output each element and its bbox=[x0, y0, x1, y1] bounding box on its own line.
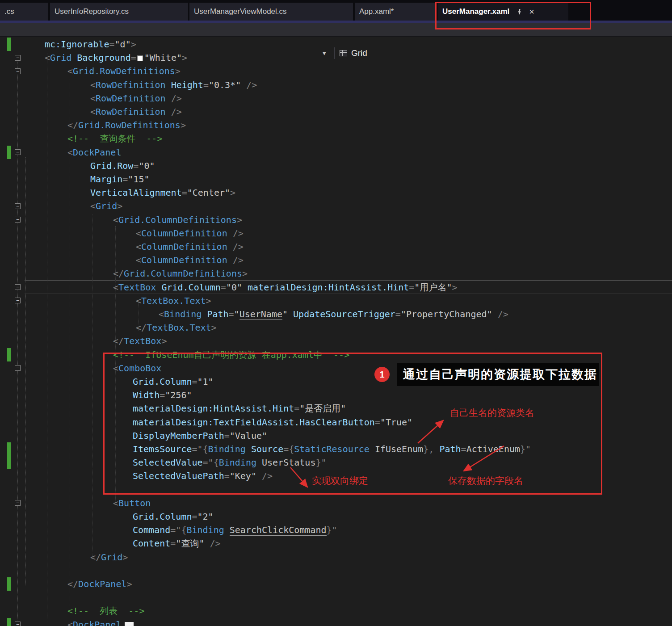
code-line[interactable]: </TextBox> bbox=[0, 334, 672, 348]
code-token: < bbox=[67, 619, 73, 626]
code-line[interactable] bbox=[0, 564, 672, 577]
code-token: Grid bbox=[96, 201, 117, 211]
editor-tab[interactable]: UserManagerViewModel.cs bbox=[189, 3, 353, 21]
code-token: ColumnDefinition bbox=[141, 228, 227, 239]
fold-toggle-icon[interactable]: − bbox=[15, 55, 21, 61]
code-token bbox=[202, 309, 207, 319]
code-line[interactable]: <RowDefinition /> bbox=[0, 92, 672, 105]
fold-toggle-icon[interactable]: − bbox=[15, 298, 21, 303]
code-line[interactable]: Command="{Binding SearchClickCommand}" bbox=[0, 523, 672, 537]
code-line[interactable]: <!-- 列表 --> bbox=[0, 604, 672, 618]
code-token: = bbox=[461, 444, 466, 454]
code-line[interactable]: <ComboBox bbox=[0, 361, 672, 375]
code-line[interactable]: <RowDefinition Height="0.3*" /> bbox=[0, 78, 672, 92]
code-line[interactable]: VerticalAlignment="Center"> bbox=[0, 186, 672, 199]
code-token: }" bbox=[520, 444, 531, 454]
code-line[interactable]: SelectedValuePath="Key" /> bbox=[0, 469, 672, 483]
code-line[interactable]: <TextBox Grid.Column="0" materialDesign:… bbox=[0, 281, 672, 294]
code-line[interactable]: <ColumnDefinition /> bbox=[0, 240, 672, 253]
code-line[interactable]: ItemsSource="{Binding Source={StaticReso… bbox=[0, 442, 672, 456]
code-token: = bbox=[192, 511, 197, 522]
code-line[interactable]: <Grid.ColumnDefinitions> bbox=[0, 213, 672, 227]
code-line[interactable]: </Grid> bbox=[0, 550, 672, 564]
code-token: = bbox=[203, 80, 209, 90]
fold-toggle-icon[interactable]: − bbox=[15, 365, 21, 371]
code-line[interactable]: <DockPanel bbox=[0, 146, 672, 159]
fold-toggle-icon[interactable]: − bbox=[15, 149, 21, 155]
code-line[interactable]: SelectedValue="{Binding UserStatus}" bbox=[0, 456, 672, 469]
code-token bbox=[242, 282, 248, 293]
fold-toggle-icon[interactable]: − bbox=[15, 217, 21, 223]
code-line[interactable] bbox=[0, 591, 672, 604]
code-token: materialDesign:HintAssist.Hint bbox=[248, 282, 409, 293]
editor-tab[interactable]: App.xaml* bbox=[355, 3, 435, 21]
code-line[interactable]: Margin="15" bbox=[0, 172, 672, 186]
code-token: < bbox=[113, 214, 118, 225]
fold-toggle-icon[interactable]: − bbox=[15, 68, 21, 74]
code-line[interactable]: <Binding Path="UserName" UpdateSourceTri… bbox=[0, 307, 672, 321]
code-line[interactable]: Grid.Column="1" bbox=[0, 375, 672, 388]
code-line[interactable]: <Grid Background="White"> bbox=[0, 51, 672, 64]
code-token: Grid.Column bbox=[133, 511, 192, 522]
fold-toggle-icon[interactable]: − bbox=[15, 622, 21, 626]
code-token: Path bbox=[439, 444, 461, 454]
fold-toggle-icon[interactable]: − bbox=[15, 500, 21, 506]
code-line[interactable]: <ColumnDefinition /> bbox=[0, 227, 672, 240]
code-token: = bbox=[170, 538, 176, 549]
collapsed-region-box[interactable] bbox=[125, 622, 134, 626]
code-line[interactable]: <ColumnDefinition /> bbox=[0, 253, 672, 267]
code-token: }, bbox=[423, 444, 434, 454]
code-token: SelectedValue bbox=[133, 457, 203, 468]
code-token: Command bbox=[133, 525, 170, 535]
code-line[interactable]: <RowDefinition /> bbox=[0, 105, 672, 118]
fold-toggle-icon[interactable]: − bbox=[15, 284, 21, 290]
code-line[interactable]: Width="256" bbox=[0, 388, 672, 402]
code-line[interactable]: materialDesign:TextFieldAssist.HasClearB… bbox=[0, 416, 672, 429]
code-line[interactable]: <DockPanel bbox=[0, 618, 672, 626]
code-token: < bbox=[90, 106, 96, 117]
code-line[interactable]: <Grid> bbox=[0, 199, 672, 213]
code-line[interactable] bbox=[0, 483, 672, 496]
code-line[interactable]: <!-- IfUseEnum自己声明的资源 在app.xaml中 --> bbox=[0, 348, 672, 361]
code-line[interactable]: <!-- 查询条件 --> bbox=[0, 132, 672, 145]
change-indicator bbox=[7, 618, 11, 626]
code-token bbox=[166, 80, 171, 90]
code-token: /> bbox=[233, 255, 244, 265]
code-line[interactable]: </Grid.ColumnDefinitions> bbox=[0, 267, 672, 280]
code-token: "查询" bbox=[176, 538, 204, 549]
fold-toggle-icon[interactable]: − bbox=[15, 203, 21, 209]
code-line[interactable]: <Grid.RowDefinitions> bbox=[0, 64, 672, 78]
code-token bbox=[434, 444, 439, 454]
code-token: > bbox=[131, 39, 136, 50]
editor-tab[interactable]: .cs bbox=[0, 3, 48, 21]
editor-tab[interactable]: UserManager.xaml× bbox=[438, 3, 568, 21]
editor-tab[interactable]: UserInfoRepository.cs bbox=[50, 3, 188, 21]
code-line[interactable]: <TextBox.Text> bbox=[0, 294, 672, 307]
code-token: Source bbox=[251, 444, 283, 454]
code-line[interactable]: Grid.Row="0" bbox=[0, 159, 672, 172]
code-token: }" bbox=[327, 525, 337, 535]
code-line[interactable]: <Button bbox=[0, 496, 672, 510]
code-token: ColumnDefinition bbox=[141, 255, 227, 265]
code-token: "0" bbox=[226, 282, 242, 293]
code-token: > bbox=[122, 552, 128, 563]
code-token: "0" bbox=[139, 160, 155, 171]
code-line[interactable]: Grid.Column="2" bbox=[0, 510, 672, 523]
code-token: /> bbox=[233, 228, 244, 239]
code-token: = bbox=[109, 39, 115, 50]
code-line[interactable]: </TextBox.Text> bbox=[0, 321, 672, 334]
code-line[interactable]: </DockPanel> bbox=[0, 577, 672, 591]
code-line[interactable]: materialDesign:HintAssist.Hint="是否启用" bbox=[0, 402, 672, 415]
code-line[interactable]: Content="查询" /> bbox=[0, 537, 672, 550]
code-editor[interactable]: mc:Ignorable="d"><Grid Background="White… bbox=[0, 23, 672, 626]
close-icon[interactable]: × bbox=[529, 7, 534, 16]
code-line[interactable]: DisplayMemberPath="Value" bbox=[0, 429, 672, 442]
code-token: "2" bbox=[197, 511, 214, 522]
code-token: <!-- IfUseEnum自己声明的资源 在app.xaml中 --> bbox=[113, 349, 349, 360]
code-line[interactable]: </Grid.RowDefinitions> bbox=[0, 118, 672, 132]
document-tab-bar: .csUserInfoRepository.csUserManagerViewM… bbox=[0, 0, 672, 21]
pin-icon[interactable] bbox=[517, 8, 523, 15]
code-token: materialDesign:TextFieldAssist.HasClearB… bbox=[133, 417, 375, 428]
code-token: ColumnDefinition bbox=[141, 241, 227, 252]
code-line[interactable]: mc:Ignorable="d"> bbox=[0, 38, 672, 51]
